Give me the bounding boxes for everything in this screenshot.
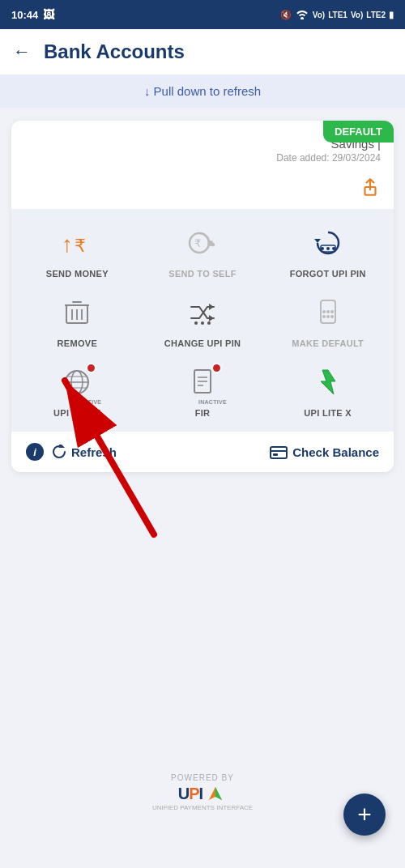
fab-button[interactable]: + (343, 794, 386, 836)
svg-rect-39 (271, 447, 287, 458)
svg-marker-45 (215, 787, 222, 800)
powered-by-label: POWERED BY (152, 773, 253, 782)
photo-icon: 🖼 (43, 8, 54, 21)
forgot-upi-pin-label: FORGOT UPI PIN (290, 269, 366, 279)
date-added: Date added: 29/03/2024 (24, 152, 381, 164)
action-send-to-self[interactable]: ₹ ● ● SEND TO SELF (143, 222, 262, 279)
check-balance-button[interactable]: Check Balance (270, 445, 379, 459)
back-button[interactable]: ← (13, 41, 31, 62)
header: ← Bank Accounts (0, 29, 405, 74)
upi-logo-text: UPI (178, 785, 202, 803)
page-title: Bank Accounts (44, 40, 185, 63)
action-make-default[interactable]: MAKE DEFAULT (268, 291, 387, 348)
fab-icon: + (357, 801, 372, 828)
svg-point-18 (194, 321, 198, 325)
svg-point-24 (330, 310, 334, 313)
svg-point-25 (322, 315, 326, 318)
signal-lte2: LTE1 (328, 11, 347, 19)
send-to-self-label: SEND TO SELF (168, 269, 236, 279)
action-send-money[interactable]: ↑ ₹ SEND MONEY (18, 222, 137, 279)
signal-lte1: Vo) (313, 11, 325, 19)
pull-refresh-bar: ↓ Pull down to refresh (0, 74, 405, 108)
card-bottom: i Refresh Check Balan (11, 431, 394, 472)
svg-point-9 (326, 247, 330, 250)
upi-global-label: UPI Global (53, 408, 101, 418)
svg-rect-41 (273, 453, 278, 456)
powered-by-section: POWERED BY UPI UNIFIED PAYMENTS INTERFAC… (152, 773, 253, 811)
info-icon[interactable]: i (26, 443, 44, 461)
svg-text:₹: ₹ (75, 236, 86, 256)
svg-point-20 (207, 321, 211, 325)
time-display: 10:44 (11, 9, 38, 21)
action-forgot-upi-pin[interactable]: FORGOT UPI PIN (268, 222, 387, 279)
signal-lte4: LTE2 (366, 11, 386, 19)
action-upi-global[interactable]: INACTIVE UPI Global (18, 361, 137, 418)
svg-marker-37 (321, 370, 335, 394)
bank-card: DEFAULT Savings | Date added: 29/03/2024 (11, 121, 394, 472)
upi-lite-x-label: UPI LITE X (304, 408, 352, 418)
svg-marker-7 (314, 239, 321, 243)
share-icon[interactable] (360, 177, 381, 202)
make-default-label: MAKE DEFAULT (292, 338, 364, 348)
change-upi-pin-label: CHANGE UPI PIN (164, 338, 241, 348)
status-bar: 10:44 🖼 🔇 Vo) LTE1 Vo) LTE2 ▮ (0, 0, 405, 29)
battery-icon: ▮ (389, 10, 394, 20)
svg-point-22 (322, 310, 326, 313)
action-upi-lite-x[interactable]: UPI LITE X (268, 361, 387, 418)
refresh-label: Refresh (71, 445, 117, 459)
fir-label: FIR (195, 408, 211, 418)
svg-point-26 (326, 315, 330, 318)
svg-point-27 (330, 315, 334, 318)
action-grid: ↑ ₹ SEND MONEY ₹ ● (11, 209, 394, 431)
send-money-label: SEND MONEY (46, 269, 109, 279)
default-badge: DEFAULT (323, 121, 394, 143)
check-balance-label: Check Balance (292, 445, 379, 459)
svg-marker-16 (209, 315, 214, 321)
svg-point-19 (201, 321, 204, 325)
svg-text:₹: ₹ (194, 237, 201, 249)
wifi-icon (295, 8, 309, 21)
svg-text:●: ● (211, 240, 215, 249)
action-fir[interactable]: INACTIVE FIR (143, 361, 262, 418)
mute-icon: 🔇 (280, 10, 292, 20)
upi-subtitle: UNIFIED PAYMENTS INTERFACE (152, 804, 253, 811)
svg-marker-17 (209, 304, 214, 310)
signal-lte3: Vo) (351, 11, 363, 19)
remove-label: REMOVE (58, 338, 97, 348)
svg-text:↑: ↑ (62, 232, 73, 257)
svg-point-23 (326, 310, 330, 313)
action-change-upi-pin[interactable]: CHANGE UPI PIN (143, 291, 262, 348)
refresh-button[interactable]: Refresh (52, 445, 117, 459)
action-remove[interactable]: REMOVE (18, 291, 137, 348)
